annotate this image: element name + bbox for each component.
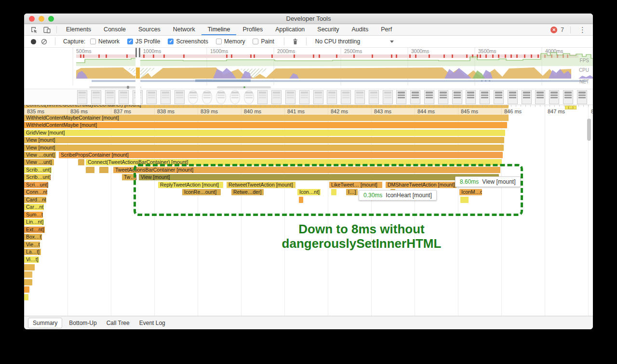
flame-bar-view-mount[interactable]: View [mount] <box>24 137 504 143</box>
details-tab-bottom-up[interactable]: Bottom-Up <box>69 320 96 326</box>
flame-bar[interactable] <box>99 167 108 173</box>
selection-right-handle[interactable] <box>139 48 140 57</box>
flame-overflow-chip[interactable]: […] <box>565 106 577 109</box>
screenshot-thumbnail[interactable] <box>383 90 393 104</box>
screenshot-thumbnail[interactable] <box>285 90 295 104</box>
screenshot-thumbnail[interactable] <box>341 90 351 104</box>
screenshot-thumbnail[interactable] <box>244 90 254 104</box>
flame-bar-la-t[interactable]: La…t] <box>24 249 41 255</box>
tab-sources[interactable]: Sources <box>132 24 167 35</box>
details-tab-event-log[interactable]: Event Log <box>139 320 165 326</box>
flame-bar[interactable] <box>24 286 29 293</box>
flame-bar-scribepropscontainer-mount[interactable]: ScribePropsContainer [mount] <box>59 152 503 158</box>
screenshot-thumbnail[interactable] <box>91 90 101 104</box>
cpu-throttling-select[interactable]: No CPU throttling <box>315 38 394 45</box>
flame-bar-scri-unt[interactable]: Scri…unt] <box>24 182 48 188</box>
flame-bar-vi-t[interactable]: Vi…t] <box>24 256 39 263</box>
screenshot-thumbnail[interactable] <box>466 90 476 104</box>
checkbox-checked-icon[interactable] <box>127 39 133 44</box>
flame-bar-box-t[interactable]: Box…t] <box>24 234 42 240</box>
error-count[interactable]: 7 <box>561 27 564 33</box>
flame-bar-scrib-unt[interactable]: Scrib…unt] <box>24 167 52 173</box>
screenshot-thumbnail[interactable] <box>327 90 337 104</box>
screenshot-thumbnail[interactable] <box>271 90 282 104</box>
flame-bar-card-nt[interactable]: Card…nt] <box>24 197 46 203</box>
checkbox-unchecked-icon[interactable] <box>216 39 222 44</box>
capture-checkbox-screenshots[interactable]: Screenshots <box>168 38 208 45</box>
flame-bar[interactable] <box>24 279 32 285</box>
flame-bar-scrib-unt[interactable]: Scrib…unt] <box>24 174 51 180</box>
screenshot-thumbnail[interactable] <box>355 90 365 104</box>
flame-bar-view-ount[interactable]: View …ount] <box>24 152 56 158</box>
screenshot-thumbnail[interactable] <box>105 90 115 104</box>
vertical-scrollbar[interactable] <box>587 119 591 141</box>
flame-bar-sum-t[interactable]: Sum…t] <box>24 212 43 218</box>
flame-bar-withheldcontentmaybe-mount[interactable]: WithheldContentMaybe [mount] <box>24 122 507 128</box>
flame-chart[interactable]: Connect(WithheldContentMaybeContainer) [… <box>24 105 593 316</box>
details-tab-summary[interactable]: Summary <box>28 318 62 328</box>
screenshot-thumbnail[interactable] <box>508 90 518 104</box>
checkbox-checked-icon[interactable] <box>168 39 174 44</box>
screenshot-thumbnail[interactable] <box>161 90 171 104</box>
screenshot-thumbnail[interactable] <box>369 90 379 104</box>
screenshot-thumbnail[interactable] <box>494 90 504 104</box>
trash-icon[interactable] <box>292 38 298 45</box>
screenshot-thumbnail[interactable] <box>410 90 420 104</box>
record-button[interactable] <box>31 39 36 44</box>
screenshot-thumbnail[interactable] <box>77 90 87 104</box>
flame-bar[interactable] <box>24 294 28 300</box>
screenshot-thumbnail[interactable] <box>424 90 434 104</box>
zoom-button[interactable] <box>48 16 54 22</box>
screenshot-thumbnail[interactable] <box>522 90 532 104</box>
checkbox-unchecked-icon[interactable] <box>90 39 96 44</box>
screenshot-thumbnail[interactable] <box>563 90 573 104</box>
capture-checkbox-network[interactable]: Network <box>90 38 120 45</box>
screenshot-thumbnail[interactable] <box>577 90 587 104</box>
error-badge-icon[interactable]: ✕ <box>550 27 557 33</box>
tab-network[interactable]: Network <box>167 24 201 35</box>
flame-bar-ext-nt[interactable]: Ext…nt] <box>24 227 45 233</box>
screenshot-thumbnail[interactable] <box>549 90 559 104</box>
flame-bar-gridview-mount[interactable]: GridView [mount] <box>24 130 505 136</box>
screenshot-thumbnail[interactable] <box>230 90 240 104</box>
screenshot-thumbnail[interactable] <box>257 90 268 104</box>
tab-profiles[interactable]: Profiles <box>236 24 269 35</box>
flame-bar[interactable] <box>86 167 94 173</box>
screenshot-thumbnail[interactable] <box>188 90 198 104</box>
tab-timeline[interactable]: Timeline <box>201 24 237 35</box>
flame-bar-view-mount[interactable]: View [mount] <box>24 145 504 151</box>
tab-security[interactable]: Security <box>311 24 345 35</box>
tab-application[interactable]: Application <box>269 24 311 35</box>
flame-bar-conn-nt[interactable]: Conn…nt] <box>24 189 47 195</box>
screenshot-thumbnail[interactable] <box>216 90 226 104</box>
checkbox-unchecked-icon[interactable] <box>253 39 258 44</box>
tab-console[interactable]: Console <box>97 24 132 35</box>
flame-bar[interactable] <box>78 159 84 165</box>
screenshot-thumbnail[interactable] <box>396 90 406 104</box>
flame-bar[interactable] <box>24 271 32 278</box>
flame-bar-car-nt[interactable]: Car…nt] <box>24 204 44 210</box>
screenshot-thumbnail[interactable] <box>147 90 157 104</box>
overview-selection-window[interactable] <box>135 48 140 105</box>
more-options-icon[interactable]: ⋮ <box>577 26 588 34</box>
inspect-element-icon[interactable] <box>28 24 40 35</box>
screenshot-thumbnail[interactable] <box>452 90 462 104</box>
selection-left-handle[interactable] <box>135 48 137 57</box>
device-toolbar-icon[interactable] <box>40 24 54 35</box>
screenshot-thumbnail[interactable] <box>535 90 545 104</box>
flame-bar[interactable] <box>24 264 35 270</box>
screenshot-thumbnail[interactable] <box>480 90 490 104</box>
flame-bar-lin-nt[interactable]: Lin…nt] <box>24 219 44 225</box>
screenshot-thumbnail[interactable] <box>119 90 129 104</box>
minimize-button[interactable] <box>39 16 44 22</box>
flame-bar-withheldcontentmaybecontainer-mount[interactable]: WithheldContentMaybeContainer [mount] <box>24 115 509 121</box>
screenshot-thumbnail[interactable] <box>174 90 185 104</box>
close-button[interactable] <box>29 16 35 22</box>
capture-checkbox-js-profile[interactable]: JS Profile <box>127 38 160 45</box>
screenshot-thumbnail[interactable] <box>299 90 309 104</box>
clear-button[interactable] <box>41 39 47 45</box>
screenshot-thumbnail[interactable] <box>313 90 323 104</box>
tab-elements[interactable]: Elements <box>60 24 97 35</box>
details-tab-call-tree[interactable]: Call Tree <box>107 320 130 326</box>
tab-audits[interactable]: Audits <box>345 24 375 35</box>
